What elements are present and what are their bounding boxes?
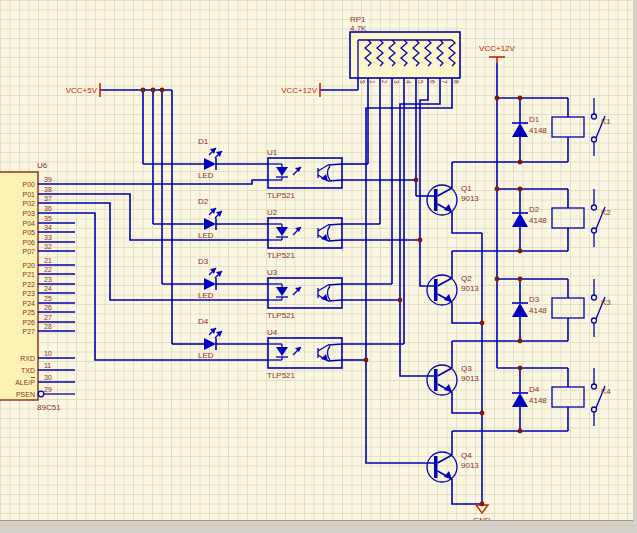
diode-designator: D1: [529, 115, 540, 124]
diode-d4[interactable]: D4 4148: [512, 385, 547, 407]
vcc5-label: VCC+5V: [66, 86, 98, 95]
mcu-pin-number: 28: [44, 323, 52, 330]
optocoupler-u1[interactable]: U1 TLP521: [267, 148, 342, 200]
mcu-pin-name: P00: [23, 181, 36, 188]
relay-designator: K3: [601, 298, 611, 307]
mcu-pin-name: P23: [23, 290, 36, 297]
mcu-pin-number: 22: [44, 266, 52, 273]
mcu-pin-number: 37: [44, 195, 52, 202]
opto-part: TLP521: [267, 191, 296, 200]
transistor-designator: Q4: [461, 451, 472, 460]
mcu-pin-number: 30: [44, 374, 52, 381]
mcu-u6[interactable]: U6 89C51 P00 P01 P02 P03 P04 P05 P06 P07…: [0, 161, 75, 412]
psen-inversion-bubble: [38, 391, 44, 397]
mcu-pin-name: P01: [23, 191, 36, 198]
led-d3[interactable]: D3 LED: [198, 257, 222, 300]
led-d4[interactable]: D4 LED: [198, 317, 222, 360]
relay-k4[interactable]: K4: [552, 368, 611, 426]
opto-designator: U1: [267, 148, 278, 157]
mcu-pin-name: P04: [23, 220, 36, 227]
led-d1[interactable]: D1 LED: [198, 137, 222, 180]
led-part: LED: [198, 231, 214, 240]
rp1-pin-number: 3: [393, 80, 400, 84]
vcc5-power-port[interactable]: VCC+5V: [66, 83, 100, 97]
window-right-edge: [633, 0, 637, 533]
mcu-pin-number: 39: [44, 176, 52, 183]
mcu-pin-name: TXD: [21, 367, 35, 374]
mcu-pin-name: PSEN: [16, 391, 35, 398]
rp1-pin-number: 1: [369, 80, 376, 84]
diode-d1[interactable]: D1 4148: [512, 115, 547, 137]
optocoupler-u2[interactable]: U2 TLP521: [267, 208, 342, 260]
mcu-pin-name: ALE/P: [15, 379, 35, 386]
wires[interactable]: [75, 63, 568, 504]
mcu-pin-name: P02: [23, 200, 36, 207]
transistor-q2[interactable]: Q2 9013: [427, 274, 479, 305]
mcu-pin-name: P21: [23, 271, 36, 278]
mcu-pin-name: P27: [23, 328, 36, 335]
resistor-pack-rp1[interactable]: RP1 4.7K 9 1 2 3 4 5 6 7 8: [350, 15, 460, 84]
diode-d3[interactable]: D3 4148: [512, 295, 547, 317]
mcu-pin-number: 38: [44, 186, 52, 193]
rp1-pin-number: 5: [417, 80, 424, 84]
led-designator: D3: [198, 257, 209, 266]
diode-designator: D4: [529, 385, 540, 394]
diode-part: 4148: [529, 216, 547, 225]
transistor-part: 9013: [461, 194, 479, 203]
mcu-pin-number: 21: [44, 257, 52, 264]
mcu-pin-name: P26: [23, 319, 36, 326]
mcu-pin-name: P20: [23, 262, 36, 269]
mcu-part-number: 89C51: [37, 403, 61, 412]
mcu-pin-number: 10: [44, 350, 52, 357]
rp1-pin-number: 8: [453, 80, 460, 84]
optocoupler-u3[interactable]: U3 TLP521: [267, 268, 342, 320]
mcu-pin-name: P24: [23, 300, 36, 307]
rp1-pin-number: 6: [429, 80, 436, 84]
mcu-pin-number: 27: [44, 314, 52, 321]
led-d2[interactable]: D2 LED: [198, 197, 222, 240]
mcu-pin-number: 34: [44, 224, 52, 231]
relay-k1[interactable]: K1: [552, 98, 611, 156]
opto-designator: U4: [267, 328, 278, 337]
diode-part: 4148: [529, 396, 547, 405]
vcc12-right-power-port[interactable]: VCC+12V: [479, 44, 515, 63]
vcc12-mid-label: VCC+12V: [281, 86, 317, 95]
transistor-q1[interactable]: Q1 9013: [427, 184, 479, 215]
relay-designator: K2: [601, 208, 611, 217]
rp1-designator: RP1: [350, 15, 366, 24]
opto-part: TLP521: [267, 251, 296, 260]
led-part: LED: [198, 291, 214, 300]
optocoupler-u4[interactable]: U4 TLP521: [267, 328, 342, 380]
vcc12-right-label: VCC+12V: [479, 44, 515, 53]
rp1-pin-number: 9: [359, 80, 366, 84]
rp1-pin-number: 2: [381, 80, 388, 84]
transistor-part: 9013: [461, 374, 479, 383]
mcu-pin-number: 25: [44, 295, 52, 302]
mcu-pin-name: P06: [23, 239, 36, 246]
vcc12-mid-power-port[interactable]: VCC+12V: [281, 83, 320, 97]
rp1-value: 4.7K: [350, 24, 367, 33]
mcu-pin-name: P05: [23, 229, 36, 236]
relay-k2[interactable]: K2: [552, 189, 611, 247]
mcu-pin-number: 35: [44, 215, 52, 222]
diode-designator: D2: [529, 205, 540, 214]
schematic-canvas[interactable]: U6 89C51 P00 P01 P02 P03 P04 P05 P06 P07…: [0, 0, 637, 533]
diode-designator: D3: [529, 295, 540, 304]
relay-designator: K4: [601, 387, 611, 396]
led-designator: D4: [198, 317, 209, 326]
transistor-designator: Q3: [461, 364, 472, 373]
opto-part: TLP521: [267, 371, 296, 380]
mcu-designator: U6: [37, 161, 48, 170]
transistor-q4[interactable]: Q4 9013: [427, 451, 479, 482]
opto-designator: U2: [267, 208, 278, 217]
opto-part: TLP521: [267, 311, 296, 320]
opto-designator: U3: [267, 268, 278, 277]
relay-k3[interactable]: K3: [552, 279, 611, 337]
transistor-q3[interactable]: Q3 9013: [427, 364, 479, 395]
diode-d2[interactable]: D2 4148: [512, 205, 547, 227]
transistor-designator: Q2: [461, 274, 472, 283]
relay-designator: K1: [601, 117, 611, 126]
transistor-part: 9013: [461, 284, 479, 293]
mcu-pin-name: P03: [23, 210, 36, 217]
led-designator: D2: [198, 197, 209, 206]
